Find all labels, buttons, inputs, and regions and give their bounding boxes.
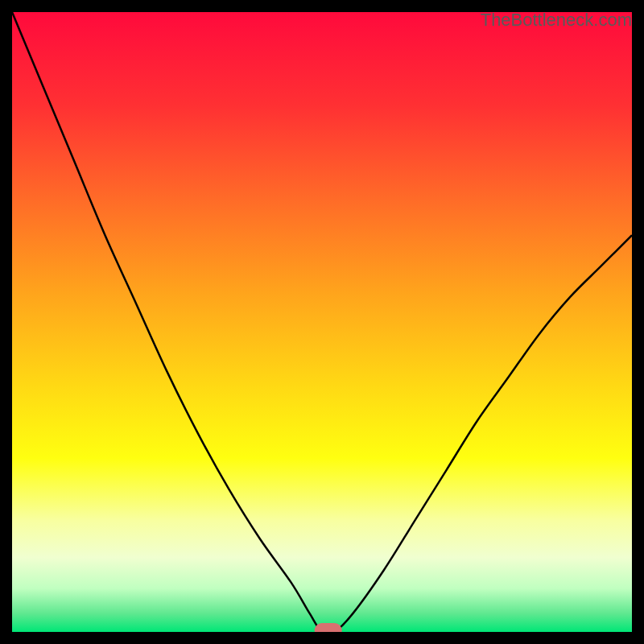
chart-container: TheBottleneck.com — [0, 0, 644, 644]
chart-svg — [12, 12, 632, 632]
plot-area — [12, 12, 632, 632]
optimal-marker — [315, 623, 342, 632]
gradient-background — [12, 12, 632, 632]
watermark-text: TheBottleneck.com — [481, 10, 632, 31]
